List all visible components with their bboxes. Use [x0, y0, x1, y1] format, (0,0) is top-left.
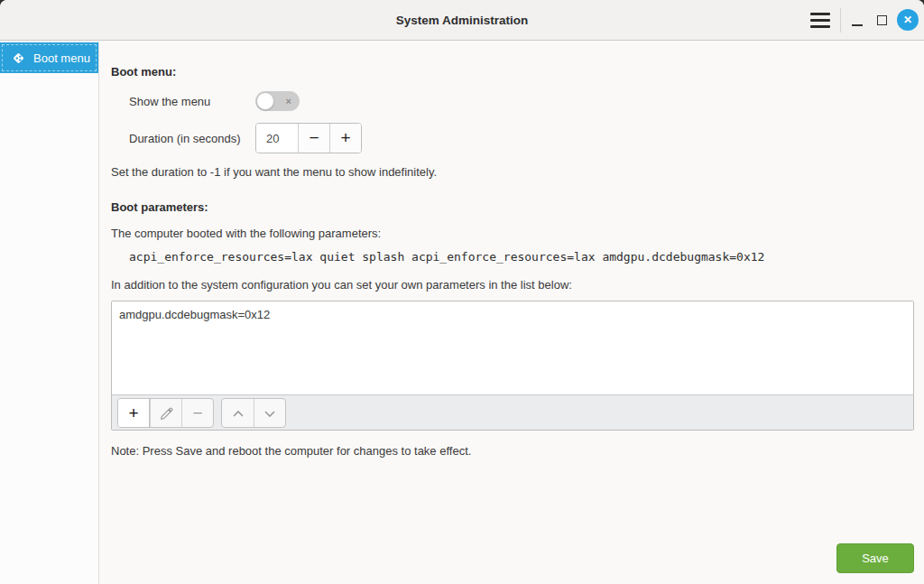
toggle-off-icon: × [286, 91, 291, 111]
save-button[interactable]: Save [836, 543, 914, 573]
minimize-button[interactable] [849, 11, 865, 31]
show-menu-toggle[interactable]: × [255, 91, 300, 111]
param-list-widget: amdgpu.dcdebugmask=0x12 + − [111, 301, 914, 431]
boot-menu-heading: Boot menu: [111, 65, 176, 79]
toggle-knob [256, 92, 274, 110]
booted-params-value: acpi_enforce_resources=lax quiet splash … [129, 250, 764, 264]
duration-label: Duration (in seconds) [129, 132, 241, 145]
sidebar-item-boot-menu[interactable]: Boot menu [0, 42, 98, 73]
booted-params-label: The computer booted with the following p… [111, 227, 381, 240]
minus-icon: − [309, 128, 319, 148]
close-button[interactable]: ✕ [897, 9, 919, 31]
main-content: Boot menu: Show the menu × Duration (in … [100, 42, 924, 584]
titlebar-separator [840, 8, 841, 32]
duration-decrement-button[interactable]: − [298, 124, 329, 153]
app-window: System Administration ✕ Boot menu Boot m… [0, 0, 924, 584]
duration-hint: Set the duration to -1 if you want the m… [111, 165, 437, 179]
edit-button-group: + − [117, 398, 214, 428]
remove-icon: − [192, 403, 202, 423]
show-menu-label: Show the menu [129, 95, 210, 108]
menu-icon[interactable] [808, 12, 832, 29]
sidebar: Boot menu [0, 42, 99, 584]
duration-spinner: − + [255, 123, 362, 153]
boot-params-heading: Boot parameters: [111, 200, 208, 214]
move-down-button[interactable] [254, 399, 285, 428]
add-icon: + [128, 403, 138, 423]
param-list[interactable]: amdgpu.dcdebugmask=0x12 [112, 301, 913, 394]
move-up-button[interactable] [222, 399, 254, 428]
titlebar: System Administration ✕ [0, 0, 924, 41]
save-note: Note: Press Save and reboot the computer… [111, 444, 471, 458]
pencil-icon [160, 407, 173, 421]
maximize-button[interactable] [874, 11, 891, 31]
list-item[interactable]: amdgpu.dcdebugmask=0x12 [112, 301, 913, 321]
move-button-group [221, 398, 286, 428]
chevron-down-icon [263, 410, 276, 418]
duration-input[interactable] [256, 124, 298, 153]
edit-param-button[interactable] [150, 399, 181, 428]
add-param-button[interactable]: + [118, 399, 150, 428]
sidebar-item-label: Boot menu [33, 51, 90, 65]
boot-menu-icon [11, 51, 26, 66]
duration-increment-button[interactable]: + [329, 124, 361, 153]
chevron-up-icon [232, 410, 245, 418]
remove-param-button[interactable]: − [181, 399, 213, 428]
custom-params-label: In addition to the system configuration … [111, 278, 572, 292]
window-title: System Administration [0, 0, 924, 41]
param-list-toolbar: + − [112, 394, 913, 430]
plus-icon: + [340, 128, 350, 148]
close-icon: ✕ [903, 14, 912, 26]
